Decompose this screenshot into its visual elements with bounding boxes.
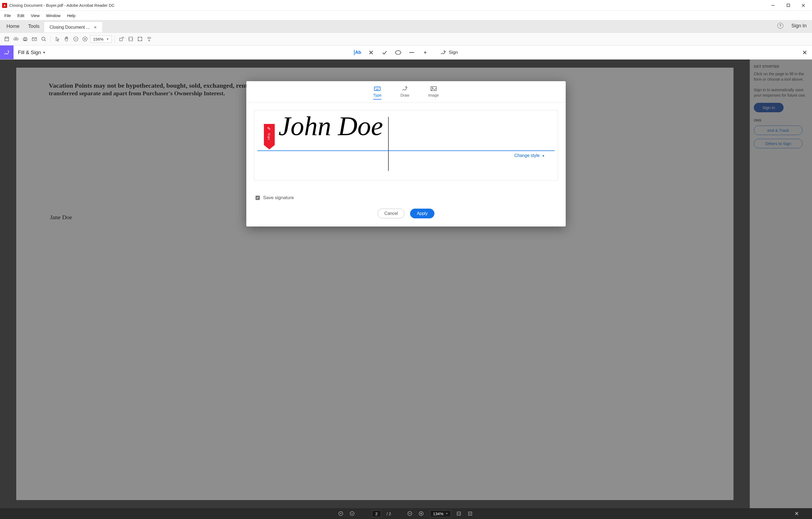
svg-rect-4	[5, 37, 9, 41]
menu-edit[interactable]: Edit	[14, 12, 28, 20]
print-icon[interactable]	[21, 35, 29, 43]
check-mark-tool[interactable]	[381, 49, 388, 56]
line-tool[interactable]	[408, 49, 415, 56]
change-style-link[interactable]: Change style ▼	[514, 153, 545, 158]
scroll-mode-icon[interactable]	[145, 35, 153, 43]
fill-sign-dropdown[interactable]: Fill & Sign ▼	[13, 45, 50, 59]
fill-sign-bar: Fill & Sign ▼ Ab Sign ✕	[0, 45, 812, 60]
zoom-in-icon[interactable]	[81, 35, 89, 43]
svg-rect-38	[468, 512, 472, 515]
dot-tool[interactable]	[422, 49, 429, 56]
menu-bar: File Edit View Window Help	[0, 11, 812, 20]
close-button[interactable]	[796, 0, 811, 11]
sign-here-label: Sign	[267, 133, 271, 140]
dialog-tab-type[interactable]: Type	[373, 85, 381, 99]
svg-point-47	[432, 87, 433, 89]
zoom-out-bottom-icon[interactable]	[407, 511, 413, 516]
title-bar: A Closing Document - Buyer.pdf - Adobe A…	[0, 0, 812, 11]
svg-point-29	[339, 512, 343, 516]
zoom-in-bottom-icon[interactable]	[419, 511, 425, 516]
dialog-tab-type-label: Type	[373, 93, 381, 97]
svg-point-39	[470, 513, 471, 514]
signature-icon	[440, 50, 446, 56]
menu-view[interactable]: View	[28, 12, 43, 20]
tab-active-document[interactable]: Closing Document ... ✕	[44, 22, 103, 32]
bottom-close-icon[interactable]: ✕	[794, 510, 799, 517]
right-panel-heading: GET STARTED	[754, 64, 808, 68]
apply-button[interactable]: Apply	[410, 209, 434, 218]
minimize-button[interactable]	[765, 0, 781, 11]
fit-bottom-icon-2[interactable]	[468, 511, 474, 516]
fit-bottom-icon-1[interactable]	[456, 511, 462, 516]
cancel-button[interactable]: Cancel	[378, 209, 405, 218]
text-tool[interactable]: Ab	[354, 49, 361, 56]
svg-point-41	[375, 88, 376, 89]
change-style-label: Change style	[514, 153, 540, 158]
svg-point-11	[42, 37, 45, 40]
main-toolbar: 156% ▼	[0, 32, 812, 45]
svg-rect-7	[23, 38, 27, 40]
fit-page-icon[interactable]	[136, 35, 144, 43]
save-signature-checkbox[interactable]: ✔	[256, 196, 260, 200]
dialog-tab-draw-label: Draw	[400, 93, 409, 97]
zoom-bottom-value: 134%	[433, 512, 443, 516]
signature-input-area[interactable]: ✎ Sign John Doe Change style ▼	[254, 110, 558, 181]
cloud-icon[interactable]	[12, 35, 20, 43]
send-and-track-button[interactable]: end & Track	[754, 126, 803, 135]
tab-tools[interactable]: Tools	[24, 20, 44, 32]
caret-down-icon: ▼	[106, 38, 109, 40]
svg-rect-5	[6, 37, 8, 38]
fill-sign-tools: Ab Sign	[354, 45, 458, 59]
hand-icon[interactable]	[62, 35, 70, 43]
zoom-out-icon[interactable]	[72, 35, 80, 43]
save-icon[interactable]	[3, 35, 11, 43]
right-panel: GET STARTED Click on the page to fill in…	[750, 60, 812, 508]
email-icon[interactable]	[30, 35, 38, 43]
svg-rect-45	[376, 89, 379, 90]
pointer-icon[interactable]	[53, 35, 61, 43]
right-panel-text2: Sign in to automatically save your respo…	[754, 87, 808, 98]
page-number-input[interactable]: 2	[372, 510, 381, 517]
svg-point-43	[377, 88, 378, 89]
fit-width-icon[interactable]	[127, 35, 135, 43]
maximize-button[interactable]	[781, 0, 796, 11]
menu-help[interactable]: Help	[64, 12, 79, 20]
x-mark-tool[interactable]	[368, 49, 375, 56]
caret-down-icon: ▼	[43, 51, 46, 54]
save-signature-row: ✔ Save signature	[256, 195, 566, 201]
circle-tool[interactable]	[395, 49, 402, 56]
search-icon[interactable]	[39, 35, 48, 43]
svg-point-28	[424, 52, 426, 54]
minimize-icon	[771, 3, 775, 7]
zoom-bottom-dropdown[interactable]: 134% ▼	[430, 510, 451, 517]
page-up-icon[interactable]	[338, 511, 344, 516]
right-panel-options-heading: ONS	[754, 118, 808, 122]
svg-rect-1	[787, 4, 789, 7]
page-down-icon[interactable]	[350, 511, 356, 516]
fill-sign-label: Fill & Sign	[18, 50, 41, 56]
right-panel-text1: Click on the page to fill in the form or…	[754, 71, 808, 82]
image-icon	[430, 85, 437, 92]
dialog-tab-image[interactable]: Image	[428, 85, 439, 99]
signature-dialog: Type Draw Image ✎ Sign John Doe Change s…	[246, 81, 566, 226]
signature-baseline	[257, 150, 555, 151]
save-signature-label: Save signature	[263, 195, 294, 201]
sign-here-flag: ✎ Sign	[264, 124, 275, 145]
dialog-tab-draw[interactable]: Draw	[400, 85, 409, 99]
close-fill-sign-button[interactable]: ✕	[802, 49, 807, 56]
zoom-level-dropdown[interactable]: 156% ▼	[90, 35, 112, 43]
svg-point-44	[378, 88, 379, 89]
fill-sign-tool-icon[interactable]	[0, 45, 13, 59]
sign-tool[interactable]: Sign	[440, 50, 458, 56]
tab-close-icon[interactable]: ✕	[94, 25, 97, 30]
right-panel-signin-button[interactable]: Sign In	[754, 103, 784, 112]
sign-in-link[interactable]: Sign In	[791, 23, 807, 29]
svg-line-12	[45, 40, 46, 41]
rotate-icon[interactable]	[117, 35, 125, 43]
tab-home[interactable]: Home	[2, 20, 24, 32]
help-button[interactable]: ?	[777, 23, 783, 29]
menu-file[interactable]: File	[1, 12, 14, 20]
adobe-logo-icon: ✎	[267, 126, 271, 131]
menu-window[interactable]: Window	[43, 12, 64, 20]
get-others-to-sign-button[interactable]: Others to Sign	[754, 139, 803, 148]
